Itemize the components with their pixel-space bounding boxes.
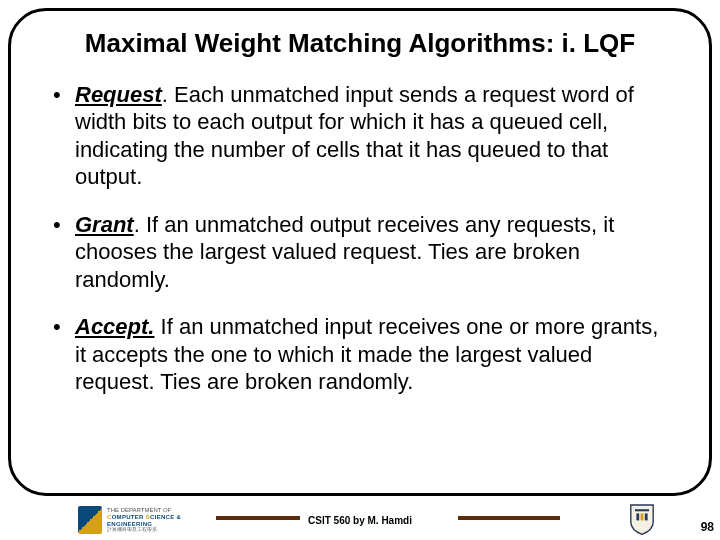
bullet-list: Request. Each unmatched input sends a re… xyxy=(47,81,673,396)
credit-text: CSIT 560 by M. Hamdi xyxy=(0,515,720,526)
svg-rect-0 xyxy=(635,509,649,511)
bullet-item: Request. Each unmatched input sends a re… xyxy=(47,81,673,191)
bullet-text: If an unmatched input receives one or mo… xyxy=(75,314,658,394)
university-shield-icon xyxy=(628,502,656,536)
slide-footer: THE DEPARTMENT OF COMPUTER SCIENCE & ENG… xyxy=(0,496,720,540)
bullet-item: Grant. If an unmatched output receives a… xyxy=(47,211,673,294)
slide-title: Maximal Weight Matching Algorithms: i. L… xyxy=(47,29,673,59)
page-number: 98 xyxy=(701,520,714,534)
dept-line4: 計算機科學及工程學系 xyxy=(107,527,181,533)
bullet-item: Accept. If an unmatched input receives o… xyxy=(47,313,673,396)
svg-rect-3 xyxy=(641,513,644,520)
bullet-term: Grant xyxy=(75,212,134,237)
slide-frame: Maximal Weight Matching Algorithms: i. L… xyxy=(8,8,712,496)
dept-line1: THE DEPARTMENT OF xyxy=(107,507,181,514)
bullet-term: Accept. xyxy=(75,314,154,339)
bullet-term: Request xyxy=(75,82,162,107)
svg-rect-2 xyxy=(645,513,648,520)
svg-rect-1 xyxy=(636,513,639,520)
divider-bar-right xyxy=(458,516,560,520)
bullet-text: . If an unmatched output receives any re… xyxy=(75,212,614,292)
